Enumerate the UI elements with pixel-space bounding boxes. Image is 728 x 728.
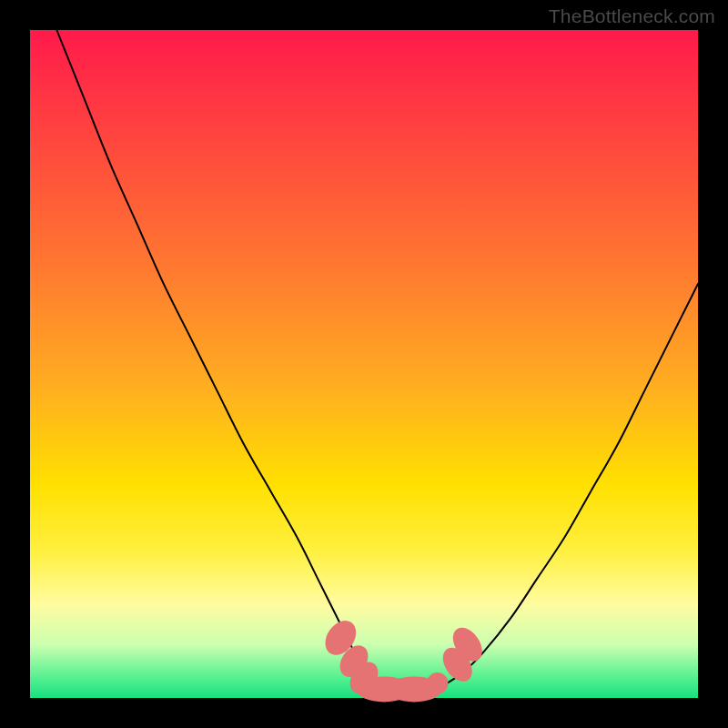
chart-plot-area bbox=[30, 30, 698, 698]
watermark-text: TheBottleneck.com bbox=[549, 5, 715, 27]
chart-frame: TheBottleneck.com bbox=[0, 0, 728, 728]
highlight-dots-group bbox=[318, 615, 488, 703]
curve-svg bbox=[30, 30, 698, 698]
highlight-dot bbox=[427, 672, 448, 693]
bottleneck-curve-path bbox=[56, 30, 698, 692]
